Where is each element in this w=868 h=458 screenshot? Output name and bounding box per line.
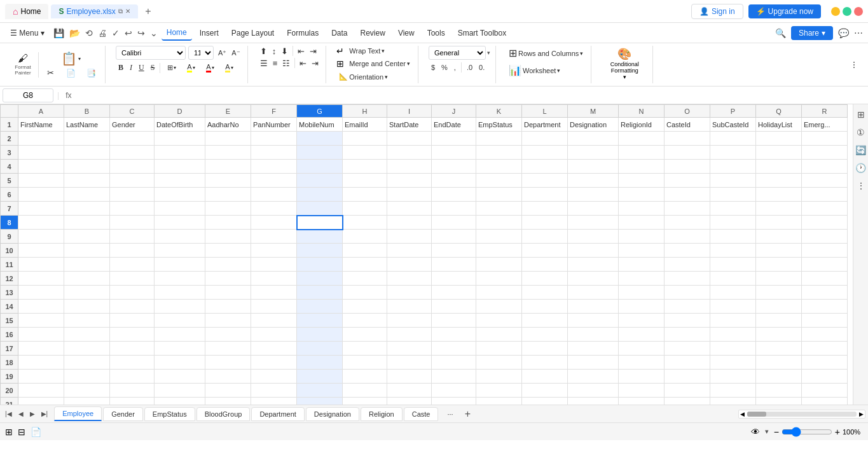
- col-header-Q[interactable]: Q: [756, 105, 802, 118]
- row-header-18[interactable]: 18: [1, 356, 18, 370]
- fill-color-button[interactable]: A ▾: [220, 62, 238, 74]
- cell-C12[interactable]: [110, 272, 155, 286]
- add-sheet-button[interactable]: +: [462, 408, 473, 420]
- cell-O12[interactable]: [665, 272, 710, 286]
- cell-F20[interactable]: [251, 384, 297, 398]
- cell-A5[interactable]: [18, 174, 64, 188]
- cell-B6[interactable]: [64, 188, 110, 202]
- cell-B5[interactable]: [64, 174, 110, 188]
- cell-P8[interactable]: [710, 216, 756, 230]
- cell-D13[interactable]: [155, 286, 205, 300]
- cell-L9[interactable]: [522, 230, 568, 244]
- cell-L4[interactable]: [522, 160, 568, 174]
- cell-K6[interactable]: [476, 188, 522, 202]
- cell-G16[interactable]: [297, 328, 343, 342]
- cell-B1[interactable]: LastName: [64, 118, 110, 132]
- home-browser-tab[interactable]: ⌂ Home: [5, 4, 48, 19]
- cell-F14[interactable]: [251, 300, 297, 314]
- cell-A10[interactable]: [18, 244, 64, 258]
- col-header-C[interactable]: C: [110, 105, 155, 118]
- cell-A9[interactable]: [18, 230, 64, 244]
- number-format-select[interactable]: General: [429, 46, 486, 60]
- menu-tools-item[interactable]: Tools: [422, 26, 450, 40]
- cell-O8[interactable]: [665, 216, 710, 230]
- cell-F8[interactable]: [251, 216, 297, 230]
- row-header-2[interactable]: 2: [1, 132, 18, 146]
- cell-M16[interactable]: [568, 328, 619, 342]
- cell-K18[interactable]: [476, 356, 522, 370]
- cell-A1[interactable]: FirstName: [18, 118, 64, 132]
- cell-P14[interactable]: [710, 300, 756, 314]
- cell-L13[interactable]: [522, 286, 568, 300]
- cell-I7[interactable]: [387, 202, 432, 216]
- cell-G19[interactable]: [297, 370, 343, 384]
- cell-P19[interactable]: [710, 370, 756, 384]
- cell-M13[interactable]: [568, 286, 619, 300]
- sheet-last-button[interactable]: ▶|: [39, 409, 51, 419]
- cell-B21[interactable]: [64, 398, 110, 405]
- cell-Q6[interactable]: [756, 188, 802, 202]
- cell-I13[interactable]: [387, 286, 432, 300]
- col-header-P[interactable]: P: [710, 105, 756, 118]
- cell-O15[interactable]: [665, 314, 710, 328]
- menu-data-item[interactable]: Data: [326, 26, 352, 40]
- cell-Q13[interactable]: [756, 286, 802, 300]
- align-left-button[interactable]: ☰: [258, 58, 270, 69]
- col-header-L[interactable]: L: [522, 105, 568, 118]
- cell-D6[interactable]: [155, 188, 205, 202]
- comment-icon[interactable]: 💬: [838, 28, 849, 38]
- cell-E2[interactable]: [205, 132, 251, 146]
- cell-A14[interactable]: [18, 300, 64, 314]
- cell-J14[interactable]: [432, 300, 476, 314]
- cell-E21[interactable]: [205, 398, 251, 405]
- sheet-prev-button[interactable]: ◀: [16, 409, 26, 419]
- cell-F11[interactable]: [251, 258, 297, 272]
- cell-R18[interactable]: [802, 356, 848, 370]
- cell-F18[interactable]: [251, 356, 297, 370]
- cell-B4[interactable]: [64, 160, 110, 174]
- font-color-button[interactable]: A ▾: [201, 62, 219, 74]
- cell-O7[interactable]: [665, 202, 710, 216]
- comma-button[interactable]: ,: [451, 63, 458, 72]
- file-tab[interactable]: S Employee.xlsx ⧉ ✕: [51, 4, 137, 18]
- cell-J15[interactable]: [432, 314, 476, 328]
- window-close-button[interactable]: [854, 7, 863, 16]
- wrap-text-button[interactable]: Wrap Text ▾: [347, 46, 387, 56]
- cell-I21[interactable]: [387, 398, 432, 405]
- decrease-indent-button[interactable]: ⇤: [296, 46, 307, 57]
- status-layout-icon[interactable]: ⊟: [18, 427, 25, 437]
- cell-C20[interactable]: [110, 384, 155, 398]
- cell-B18[interactable]: [64, 356, 110, 370]
- cell-N18[interactable]: [619, 356, 665, 370]
- cell-H13[interactable]: [343, 286, 387, 300]
- italic-button[interactable]: I: [127, 62, 135, 73]
- cell-I5[interactable]: [387, 174, 432, 188]
- cell-B13[interactable]: [64, 286, 110, 300]
- cell-M5[interactable]: [568, 174, 619, 188]
- cell-N12[interactable]: [619, 272, 665, 286]
- cell-L12[interactable]: [522, 272, 568, 286]
- cell-C9[interactable]: [110, 230, 155, 244]
- cell-K14[interactable]: [476, 300, 522, 314]
- status-page-icon[interactable]: 📄: [31, 427, 41, 437]
- cell-L11[interactable]: [522, 258, 568, 272]
- col-header-M[interactable]: M: [568, 105, 619, 118]
- cell-B3[interactable]: [64, 146, 110, 160]
- percent-button[interactable]: %: [439, 63, 450, 72]
- cell-J9[interactable]: [432, 230, 476, 244]
- cell-C11[interactable]: [110, 258, 155, 272]
- cell-H17[interactable]: [343, 342, 387, 356]
- row-header-17[interactable]: 17: [1, 342, 18, 356]
- right-panel-icon-3[interactable]: 🔄: [855, 145, 866, 155]
- cell-L5[interactable]: [522, 174, 568, 188]
- cell-E9[interactable]: [205, 230, 251, 244]
- cell-B12[interactable]: [64, 272, 110, 286]
- cell-M19[interactable]: [568, 370, 619, 384]
- orientation-button[interactable]: 📐 Orientation ▾: [336, 71, 390, 82]
- cell-M18[interactable]: [568, 356, 619, 370]
- cell-E6[interactable]: [205, 188, 251, 202]
- cell-M2[interactable]: [568, 132, 619, 146]
- cell-B17[interactable]: [64, 342, 110, 356]
- cell-P12[interactable]: [710, 272, 756, 286]
- cell-G18[interactable]: [297, 356, 343, 370]
